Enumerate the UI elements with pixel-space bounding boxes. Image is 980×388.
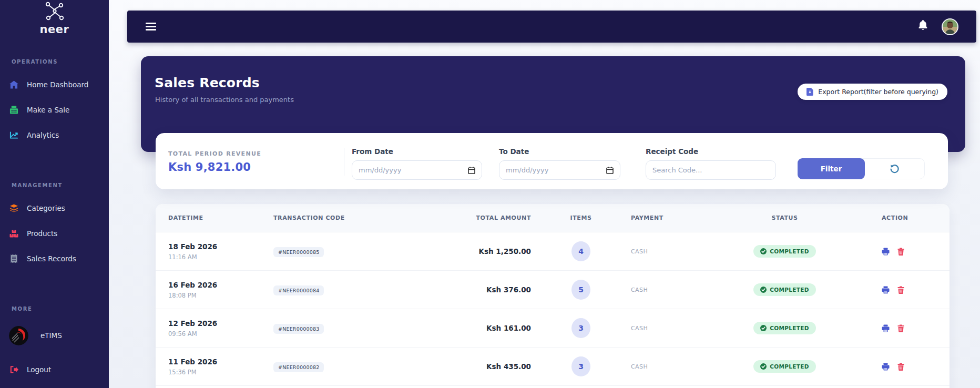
table-row: 16 Feb 2026 18:08 PM #NEER0000084 Ksh 37…	[156, 271, 950, 309]
from-date-label: From Date	[352, 147, 482, 156]
row-amount: Ksh 435.00	[379, 362, 531, 371]
items-count-badge: 3	[571, 318, 590, 338]
sidebar-item-label: Logout	[27, 365, 51, 374]
table-row: 18 Feb 2026 11:16 AM #NEER0000085 Ksh 1,…	[156, 232, 950, 271]
print-receipt-button[interactable]	[882, 248, 890, 256]
calendar-icon[interactable]	[606, 167, 614, 174]
notifications-bell-icon[interactable]	[918, 20, 928, 33]
sidebar-item-label: Categories	[27, 204, 65, 212]
sidebar-item-logout[interactable]: Logout	[0, 357, 109, 382]
brand-logo: neer	[0, 0, 109, 36]
row-time: 15:36 PM	[168, 369, 273, 376]
reset-filter-button[interactable]	[865, 159, 924, 179]
trash-icon	[897, 248, 904, 256]
receipt-icon	[9, 254, 18, 263]
main-content: Sales Records History of all transaction…	[109, 0, 980, 388]
delete-record-button[interactable]	[897, 286, 904, 294]
menu-toggle-button[interactable]	[146, 21, 156, 33]
items-count-badge: 4	[571, 241, 590, 261]
trash-icon	[897, 286, 904, 294]
sidebar-item-label: Analytics	[27, 131, 59, 139]
delete-record-button[interactable]	[897, 363, 904, 371]
sidebar-item-label: Home Dashboard	[27, 80, 88, 89]
check-circle-icon	[760, 248, 767, 254]
sidebar-item-label: Sales Records	[27, 254, 76, 263]
check-circle-icon	[760, 325, 767, 331]
trash-icon	[897, 363, 904, 371]
print-receipt-button[interactable]	[882, 324, 890, 332]
sidebar-item-analytics[interactable]: Analytics	[0, 122, 109, 148]
sidebar-item-make-a-sale[interactable]: Make a Sale	[0, 97, 109, 122]
row-payment: CASH	[631, 287, 720, 293]
transaction-code-badge: #NEER0000083	[273, 324, 324, 334]
col-transaction-code: TRANSACTION CODE	[273, 215, 379, 221]
section-label-management: MANAGEMENT	[0, 182, 109, 188]
receipt-code-label: Receipt Code	[646, 147, 776, 156]
from-date-input[interactable]	[359, 166, 468, 174]
col-payment: PAYMENT	[631, 215, 720, 221]
row-amount: Ksh 161.00	[379, 324, 531, 332]
print-receipt-button[interactable]	[882, 286, 890, 294]
table-row: 11 Feb 2026 15:36 PM #NEER0000082 Ksh 43…	[156, 348, 950, 386]
etims-lion-logo	[9, 326, 28, 345]
check-circle-icon	[760, 363, 767, 370]
row-payment: CASH	[631, 363, 720, 370]
chart-line-icon	[9, 130, 18, 140]
row-time: 18:08 PM	[168, 292, 273, 299]
row-amount: Ksh 1,250.00	[379, 247, 531, 256]
sidebar-item-products[interactable]: Products	[0, 221, 109, 246]
export-report-button[interactable]: Export Report(filter before querying)	[798, 84, 947, 100]
receipt-code-group: Receipt Code	[646, 133, 776, 180]
printer-icon	[882, 324, 890, 332]
col-status: STATUS	[720, 215, 849, 221]
row-time: 09:56 AM	[168, 330, 273, 338]
neer-logo-icon	[44, 1, 66, 22]
status-badge: COMPLETED	[753, 283, 815, 296]
print-receipt-button[interactable]	[882, 363, 890, 371]
row-time: 11:16 AM	[168, 253, 273, 261]
row-date: 12 Feb 2026	[168, 319, 273, 328]
sidebar-item-label: Make a Sale	[27, 106, 69, 114]
section-label-more: MORE	[0, 306, 109, 312]
sidebar-item-sales-records[interactable]: Sales Records	[0, 246, 109, 271]
revenue-value: Ksh 9,821.00	[168, 161, 344, 173]
revenue-label: TOTAL PERIOD REVENUE	[168, 150, 344, 157]
delete-record-button[interactable]	[897, 324, 904, 332]
printer-icon	[882, 248, 890, 256]
check-circle-icon	[760, 287, 767, 293]
filter-card: TOTAL PERIOD REVENUE Ksh 9,821.00 From D…	[156, 133, 948, 189]
sidebar: neer OPERATIONS Home Dashboard Make a Sa…	[0, 0, 109, 388]
receipt-code-input[interactable]	[652, 166, 769, 174]
printer-icon	[882, 286, 890, 294]
col-datetime: DATETIME	[168, 215, 273, 221]
transaction-code-badge: #NEER0000084	[273, 285, 324, 295]
sidebar-item-categories[interactable]: Categories	[0, 196, 109, 221]
status-badge: COMPLETED	[753, 322, 815, 334]
filter-button[interactable]: Filter	[798, 158, 865, 179]
export-report-label: Export Report(filter before querying)	[818, 88, 938, 96]
col-action: ACTION	[849, 215, 937, 221]
sidebar-item-etims[interactable]: eTIMS	[0, 320, 109, 351]
calendar-icon[interactable]	[468, 167, 475, 174]
boxes-icon	[9, 229, 18, 238]
sidebar-item-label: Products	[27, 229, 57, 238]
delete-record-button[interactable]	[897, 248, 904, 256]
rotate-ccw-icon	[890, 164, 900, 174]
col-items: ITEMS	[531, 215, 631, 221]
home-icon	[9, 80, 18, 89]
sidebar-item-label: eTIMS	[40, 331, 62, 340]
layers-icon	[9, 203, 18, 213]
items-count-badge: 5	[571, 280, 590, 300]
table-header: DATETIME TRANSACTION CODE TOTAL AMOUNT I…	[156, 204, 950, 232]
section-label-operations: OPERATIONS	[0, 59, 109, 65]
user-avatar[interactable]	[942, 18, 958, 35]
row-date: 11 Feb 2026	[168, 358, 273, 366]
brand-name: neer	[0, 23, 109, 36]
sidebar-item-home-dashboard[interactable]: Home Dashboard	[0, 72, 109, 97]
trash-icon	[897, 324, 904, 332]
transaction-code-badge: #NEER0000082	[273, 362, 324, 372]
row-payment: CASH	[631, 325, 720, 332]
transaction-code-badge: #NEER0000085	[273, 247, 324, 257]
to-date-input[interactable]	[506, 166, 606, 174]
col-total-amount: TOTAL AMOUNT	[379, 215, 531, 221]
